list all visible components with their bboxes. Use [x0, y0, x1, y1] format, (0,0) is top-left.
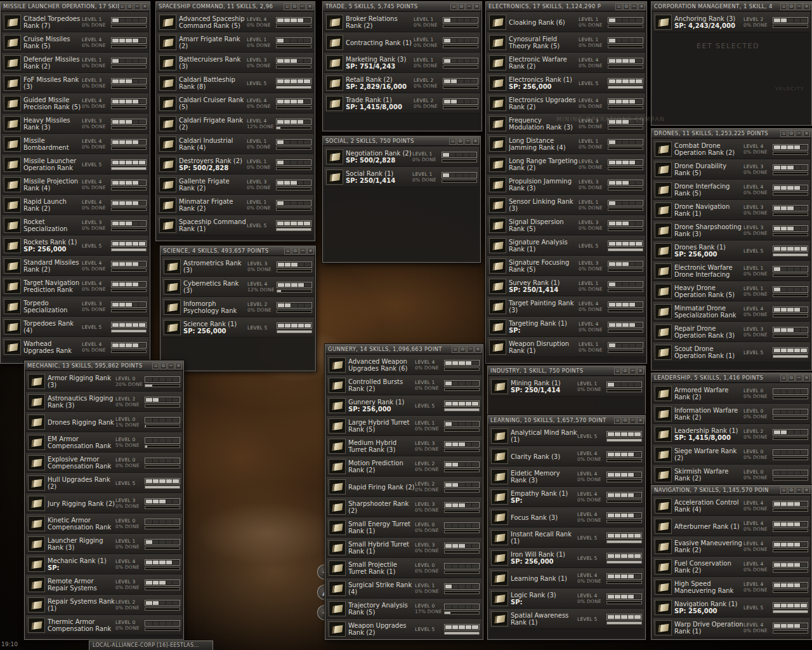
minimize-button[interactable]: − [631, 3, 638, 10]
close-button[interactable]: × [803, 130, 810, 137]
minimize-button[interactable]: − [167, 362, 174, 369]
skill-row[interactable]: Warp Drive Operation Rank (1)LEVEL 40% D… [653, 618, 810, 638]
pin-button[interactable]: ▫ [152, 362, 159, 369]
skill-row[interactable]: Logic Rank (3)SP:LEVEL 40% DONE [489, 588, 644, 609]
close-button[interactable]: × [472, 138, 479, 145]
skill-row[interactable]: Propulsion Jamming Rank (3)LEVEL 30% DON… [487, 175, 645, 195]
minimize-button[interactable]: − [796, 3, 802, 10]
skill-row[interactable]: Caldari Battleship Rank (8)LEVEL 5 [157, 73, 313, 93]
window-titlebar[interactable]: DRONES, 11 SKILLS, 1,253,225 POINTS▫⊙−× [652, 129, 811, 138]
skill-row[interactable]: Negotiation Rank (2)SP: 500/2,828LEVEL 1… [324, 147, 479, 167]
skill-row[interactable]: Spatial Awareness Rank (1)LEVEL 5 [489, 609, 644, 629]
pin-button[interactable]: ▫ [780, 487, 787, 494]
skill-row[interactable]: Signal Dispersion Rank (5)LEVEL 30% DONE [487, 215, 645, 235]
minimize-button[interactable]: − [134, 3, 141, 10]
skill-row[interactable]: Retail Rank (2)SP: 2,829/16,000LEVEL 20%… [324, 73, 480, 93]
skill-row[interactable]: Drone Interfacing Rank (5)LEVEL 40% DONE [653, 180, 810, 200]
skill-row[interactable]: Eidetic Memory Rank (3)LEVEL 40% DONE [489, 467, 644, 487]
pin-button[interactable]: ▫ [614, 417, 621, 424]
skill-row[interactable]: Drone Navigation Rank (1)LEVEL 30% DONE [653, 200, 810, 220]
compact-button[interactable]: ⊙ [459, 346, 466, 353]
skill-row[interactable]: Rockets Rank (1)SP: 256,000LEVEL 5 [2, 235, 148, 256]
minimize-button[interactable]: − [796, 487, 802, 494]
pin-button[interactable]: ▫ [449, 138, 456, 145]
skill-row[interactable]: Heavy Drone Operation Rank (5)LEVEL 10% … [653, 281, 810, 302]
skill-row[interactable]: Explosive Armor Compensation RankLEVEL 0… [26, 453, 182, 473]
skill-row[interactable]: Hull Upgrades Rank (2)LEVEL 5 [26, 473, 182, 493]
skill-row[interactable]: Jury Rigging Rank (2)LEVEL 30% DONE [26, 493, 182, 514]
close-button[interactable]: × [307, 248, 314, 255]
compact-button[interactable]: ⊙ [788, 375, 795, 381]
skill-row[interactable]: Armored Warfare Rank (2)LEVEL 00% DONE [653, 383, 810, 404]
minimize-button[interactable]: − [299, 248, 306, 255]
minimize-button[interactable]: − [629, 368, 636, 375]
compact-button[interactable]: ⊙ [788, 487, 795, 494]
compact-button[interactable]: ⊙ [291, 3, 298, 10]
pin-button[interactable]: ▫ [615, 3, 622, 10]
compact-button[interactable]: ⊙ [292, 248, 299, 255]
window-titlebar[interactable]: INDUSTRY, 1 SKILL, 750 POINTS▫⊙−× [488, 366, 645, 376]
close-button[interactable]: × [306, 3, 313, 10]
skill-row[interactable]: Navigation Rank (1)SP: 256,000LEVEL 5 [653, 597, 810, 618]
minimize-button[interactable]: − [796, 375, 802, 381]
skill-row[interactable]: Trajectory Analysis Rank (5)LEVEL 017% D… [327, 599, 481, 619]
skill-row[interactable]: Electronic Warfare Rank (2)LEVEL 40% DON… [487, 53, 645, 73]
skill-row[interactable]: Broker Relations Rank (2)LEVEL 10% DONE [324, 12, 480, 32]
skill-row[interactable]: Launcher Rigging Rank (3)LEVEL 10% DONE [26, 534, 182, 554]
skill-row[interactable]: Information Warfare Rank (2)LEVEL 00% DO… [653, 404, 810, 424]
window-titlebar[interactable]: MISSILE LAUNCHER OPERATION, 17 SKIL▫⊙−× [1, 2, 150, 11]
skill-row[interactable]: Gallente Frigate Rank (2)LEVEL 30% DONE [157, 175, 313, 195]
skill-row[interactable]: Controlled Bursts Rank (2)LEVEL 10% DONE [327, 375, 481, 395]
skill-row[interactable]: Cruise Missiles Rank (5)LEVEL 40% DONE [2, 32, 148, 53]
chat-tab-local-alliance-corp[interactable]: LOCAL-ALLIANCE-CORP [16]-EESTLAS... [89, 640, 213, 650]
window-titlebar[interactable]: ELECTRONICS, 17 SKILLS, 1,124,290 P▫⊙−× [486, 2, 646, 11]
skill-row[interactable]: Fuel Conservation Rank (2)LEVEL 40% DONE [653, 557, 810, 577]
skill-row[interactable]: Empathy Rank (1)SP:LEVEL 40% DONE [489, 487, 644, 507]
skill-row[interactable]: Defender Missiles Rank (2)LEVEL 10% DONE [2, 53, 148, 73]
pin-button[interactable]: ▫ [284, 248, 291, 255]
skill-row[interactable]: Caldari Frigate Rank (2)LEVEL 412% DONE [157, 114, 313, 134]
skill-row[interactable]: Analytical Mind Rank (1)LEVEL 5 [489, 426, 644, 446]
skill-row[interactable]: Weapon Upgrades Rank (2)LEVEL 5 [327, 619, 481, 638]
skill-row[interactable]: Motion Prediction Rank (2)LEVEL 20% DONE [327, 456, 481, 477]
skill-row[interactable]: Evasive Maneuvering Rank (2)LEVEL 40% DO… [653, 536, 810, 557]
skill-row[interactable]: Guided Missile Precision Rank (5)LEVEL 4… [2, 93, 148, 114]
skill-row[interactable]: Amarr Frigate Rank (2)LEVEL 10% DONE [157, 32, 313, 53]
compact-button[interactable]: ⊙ [622, 417, 629, 424]
skill-row[interactable]: Thermic Armor Compensation RankLEVEL 00%… [26, 615, 182, 635]
close-button[interactable]: × [141, 3, 148, 10]
window-titlebar[interactable]: SCIENCE, 4 SKILLS, 493,657 POINTS▫⊙−× [160, 246, 315, 256]
minimize-button[interactable]: − [796, 130, 802, 137]
close-button[interactable]: × [803, 375, 810, 381]
close-button[interactable]: × [637, 417, 644, 424]
skill-row[interactable]: Rapid Launch Rank (2)LEVEL 40% DONE [2, 195, 148, 215]
skill-row[interactable]: Targeting Rank (1)SP:LEVEL 40% DONE [487, 317, 645, 337]
skill-row[interactable]: Rapid Firing Rank (2)LEVEL 20% DONE [327, 477, 481, 497]
close-button[interactable]: × [475, 346, 481, 353]
skill-row[interactable]: Learning Rank (1)LEVEL 40% DONE [489, 568, 644, 588]
skill-row[interactable]: Heavy Missiles Rank (3)LEVEL 30% DONE [2, 114, 148, 134]
close-button[interactable]: × [638, 3, 645, 10]
skill-row[interactable]: Contracting Rank (1)LEVEL 10% DONE [324, 32, 480, 53]
minimize-button[interactable]: − [299, 3, 306, 10]
close-button[interactable]: × [803, 3, 810, 10]
skill-row[interactable]: Cloaking Rank (6)LEVEL 10% DONE [487, 12, 645, 32]
skill-row[interactable]: Trade Rank (1)SP: 1,415/8,000LEVEL 20% D… [324, 93, 480, 114]
skill-row[interactable]: Survey Rank (1)SP: 250/1,414LEVEL 10% DO… [487, 276, 645, 296]
window-titlebar[interactable]: SOCIAL, 2 SKILLS, 750 POINTS▫⊙−× [323, 136, 480, 146]
skill-row[interactable]: Long Distance Jamming Rank (4)LEVEL 10% … [487, 134, 645, 154]
skill-row[interactable]: Afterburner Rank (1)LEVEL 40% DONE [653, 516, 810, 536]
skill-row[interactable]: Drones Rank (1)SP: 256,000LEVEL 5 [653, 241, 810, 261]
skill-row[interactable]: Signature Focusing Rank (5)LEVEL 30% DON… [487, 256, 645, 276]
pin-button[interactable]: ▫ [614, 368, 621, 375]
window-titlebar[interactable]: LEARNING, 10 SKILLS, 1,657,570 POINT▫⊙−× [488, 416, 645, 425]
skill-row[interactable]: Warhead Upgrades Rank (5)LEVEL 40% DONE [2, 337, 148, 357]
skill-row[interactable]: Repair Drone Operation Rank (3)LEVEL 30%… [653, 322, 810, 342]
skill-row[interactable]: Frequency Modulation Rank (3)LEVEL 30% D… [487, 114, 645, 134]
skill-row[interactable]: Sensor Linking Rank (3)LEVEL 10% DONE [487, 195, 645, 215]
skill-row[interactable]: Skirmish Warfare Rank (2)LEVEL 00% DONE [653, 465, 810, 483]
skill-row[interactable]: Small Projectile Turret Rank (1)LEVEL 00… [327, 558, 481, 578]
skill-row[interactable]: Infomorph Psychology RankLEVEL 20% DONE [162, 297, 314, 317]
skill-row[interactable]: Torpedoes Rank (4)SP: 1,024,000LEVEL 5 [2, 317, 148, 337]
skill-row[interactable]: Missile Projection Rank (4)LEVEL 40% DON… [2, 175, 148, 195]
